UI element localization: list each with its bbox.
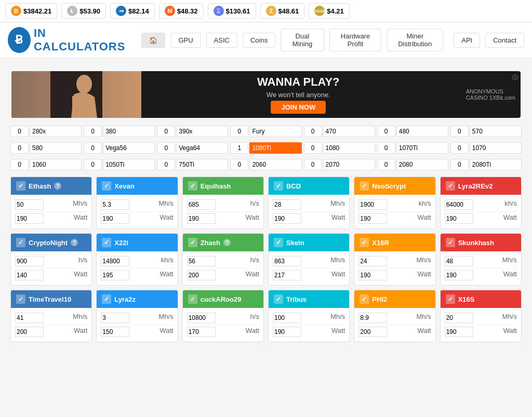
- gpu-input-1080[interactable]: [304, 142, 322, 154]
- gpu-input-1050ti[interactable]: [84, 159, 102, 170]
- cuckaroo29-hashrate-input[interactable]: [187, 313, 216, 323]
- gpu-input-750ti[interactable]: [157, 159, 175, 170]
- ad-banner[interactable]: WANNA PLAY? We won't tell anyone. JOIN N…: [11, 71, 521, 118]
- nav-contact-button[interactable]: Contact: [485, 33, 524, 48]
- zhash-watt-input[interactable]: [187, 270, 216, 280]
- ethash-hashrate-input[interactable]: [15, 199, 44, 210]
- tribus-hashrate-input[interactable]: [273, 313, 301, 323]
- x22i-hashrate-input[interactable]: [101, 256, 129, 266]
- nav-hardwareprofit-button[interactable]: Hardware Profit: [329, 29, 382, 51]
- bcd-watt-input[interactable]: [273, 213, 301, 224]
- nav-gpu-button[interactable]: GPU: [170, 33, 201, 48]
- lyra2rev2-watt-input[interactable]: [445, 213, 473, 224]
- ethash-help-icon[interactable]: ?: [54, 182, 61, 190]
- algo-header-ethash[interactable]: ✓ Ethash ?: [11, 177, 91, 195]
- x16r-checkbox[interactable]: ✓: [360, 238, 369, 247]
- gpu-input-2080[interactable]: [377, 159, 395, 170]
- gpu-input-1080ti[interactable]: [230, 142, 248, 154]
- gpu-input-vega64[interactable]: [157, 142, 175, 154]
- x16s-watt-input[interactable]: [445, 327, 473, 337]
- x22i-checkbox[interactable]: ✓: [102, 238, 111, 247]
- zhash-help-icon[interactable]: ?: [223, 239, 231, 246]
- lyra2z-checkbox[interactable]: ✓: [102, 294, 111, 304]
- cryptonight-watt-input[interactable]: [15, 270, 44, 280]
- ethash-checkbox[interactable]: ✓: [16, 181, 25, 191]
- bcd-hashrate-input[interactable]: [273, 199, 301, 210]
- ad-info-icon[interactable]: ⓘ: [512, 74, 518, 82]
- algo-header-x22i[interactable]: ✓ X22i: [97, 234, 177, 251]
- xevan-hashrate-input[interactable]: [101, 199, 129, 210]
- phi2-watt-input[interactable]: [358, 327, 387, 337]
- xevan-watt-input[interactable]: [101, 213, 129, 224]
- algo-header-equihash[interactable]: ✓ Equihash: [183, 177, 263, 195]
- xevan-checkbox[interactable]: ✓: [102, 181, 111, 191]
- timetravel10-checkbox[interactable]: ✓: [16, 294, 25, 304]
- phi2-checkbox[interactable]: ✓: [360, 294, 369, 304]
- algo-header-xevan[interactable]: ✓ Xevan: [97, 177, 177, 195]
- gpu-input-fury[interactable]: [230, 126, 248, 137]
- neoscrypt-hashrate-input[interactable]: [358, 199, 387, 210]
- lyra2rev2-checkbox[interactable]: ✓: [446, 181, 455, 191]
- zhash-checkbox[interactable]: ✓: [188, 238, 197, 247]
- phi2-hashrate-input[interactable]: [358, 313, 387, 323]
- equihash-hashrate-input[interactable]: [187, 199, 216, 210]
- gpu-input-2080ti[interactable]: [450, 159, 469, 170]
- gpu-input-570[interactable]: [450, 126, 469, 137]
- nav-api-button[interactable]: API: [454, 33, 480, 48]
- neoscrypt-watt-input[interactable]: [358, 213, 387, 224]
- gpu-input-580[interactable]: [10, 142, 29, 154]
- algo-header-lyra2z[interactable]: ✓ Lyra2z: [97, 290, 177, 308]
- skunkhash-watt-input[interactable]: [445, 270, 473, 280]
- algo-header-cryptonight[interactable]: ✓ CryptoNight ?: [11, 234, 91, 251]
- algo-header-x16s[interactable]: ✓ X16S: [441, 290, 521, 308]
- algo-header-timetravel10[interactable]: ✓ TimeTravel10: [11, 290, 91, 308]
- nav-coins-button[interactable]: Coins: [243, 33, 275, 48]
- tribus-watt-input[interactable]: [273, 327, 301, 337]
- gpu-input-1060[interactable]: [10, 159, 29, 170]
- skunkhash-checkbox[interactable]: ✓: [446, 238, 455, 247]
- skein-checkbox[interactable]: ✓: [274, 238, 283, 247]
- algo-header-skunkhash[interactable]: ✓ Skunkhash: [441, 234, 521, 251]
- algo-header-neoscrypt[interactable]: ✓ NeoScrypt: [354, 177, 435, 195]
- skunkhash-hashrate-input[interactable]: [445, 256, 473, 266]
- gpu-input-470[interactable]: [304, 126, 322, 137]
- x16r-watt-input[interactable]: [358, 270, 387, 280]
- algo-header-cuckaroo29[interactable]: ✓ cuckARoo29: [183, 290, 263, 308]
- zhash-hashrate-input[interactable]: [187, 256, 216, 266]
- gpu-input-280x[interactable]: [10, 126, 29, 137]
- cryptonight-hashrate-input[interactable]: [15, 256, 44, 266]
- nav-minerdistribution-button[interactable]: Miner Distribution: [387, 29, 443, 51]
- gpu-input-2060[interactable]: [230, 159, 248, 170]
- lyra2rev2-hashrate-input[interactable]: [445, 199, 473, 210]
- gpu-input-1070[interactable]: [450, 142, 469, 154]
- gpu-input-480[interactable]: [377, 126, 395, 137]
- skein-watt-input[interactable]: [273, 270, 301, 280]
- algo-header-skein[interactable]: ✓ Skein: [269, 234, 349, 251]
- equihash-watt-input[interactable]: [187, 213, 216, 224]
- cryptonight-help-icon[interactable]: ?: [71, 239, 78, 246]
- ethash-watt-input[interactable]: [15, 213, 44, 224]
- x16s-checkbox[interactable]: ✓: [446, 294, 455, 304]
- cryptonight-checkbox[interactable]: ✓: [16, 238, 25, 247]
- lyra2z-hashrate-input[interactable]: [101, 313, 129, 323]
- algo-header-x16r[interactable]: ✓ X16R: [354, 234, 435, 251]
- algo-header-lyra2rev2[interactable]: ✓ Lyra2REv2: [441, 177, 521, 195]
- algo-header-phi2[interactable]: ✓ PHI2: [354, 290, 435, 308]
- nav-home-button[interactable]: 🏠: [141, 33, 165, 48]
- bcd-checkbox[interactable]: ✓: [274, 181, 283, 191]
- x22i-watt-input[interactable]: [101, 270, 129, 280]
- lyra2z-watt-input[interactable]: [101, 327, 129, 337]
- gpu-input-vega56[interactable]: [84, 142, 102, 154]
- gpu-input-1070ti[interactable]: [377, 142, 395, 154]
- gpu-input-380[interactable]: [84, 126, 102, 137]
- neoscrypt-checkbox[interactable]: ✓: [360, 181, 369, 191]
- nav-asic-button[interactable]: ASIC: [206, 33, 237, 48]
- timetravel10-hashrate-input[interactable]: [15, 313, 44, 323]
- ad-join-button[interactable]: JOIN NOW: [271, 101, 326, 114]
- cuckaroo29-checkbox[interactable]: ✓: [188, 294, 197, 304]
- cuckaroo29-watt-input[interactable]: [187, 327, 216, 337]
- nav-dualmining-button[interactable]: Dual Mining: [281, 29, 324, 51]
- algo-header-tribus[interactable]: ✓ Tribus: [269, 290, 349, 308]
- algo-header-bcd[interactable]: ✓ BCD: [269, 177, 349, 195]
- gpu-input-2070[interactable]: [304, 159, 322, 170]
